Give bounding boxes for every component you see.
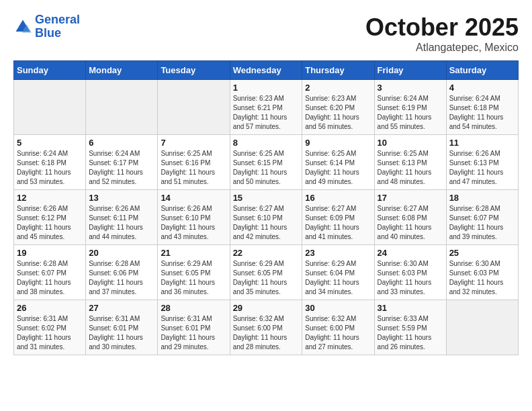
- day-number: 24: [378, 248, 443, 258]
- day-info: Sunrise: 6:23 AM Sunset: 6:21 PM Dayligh…: [233, 94, 300, 132]
- day-info: Sunrise: 6:29 AM Sunset: 6:05 PM Dayligh…: [161, 259, 226, 297]
- calendar-day-cell: 4Sunrise: 6:24 AM Sunset: 6:18 PM Daylig…: [446, 80, 518, 135]
- calendar-day-cell: [14, 80, 86, 135]
- day-number: 3: [378, 83, 443, 93]
- day-number: 12: [17, 193, 83, 203]
- day-info: Sunrise: 6:24 AM Sunset: 6:17 PM Dayligh…: [89, 149, 154, 187]
- day-number: 26: [17, 303, 83, 313]
- month-title: October 2025: [365, 13, 519, 42]
- day-info: Sunrise: 6:30 AM Sunset: 6:03 PM Dayligh…: [449, 259, 515, 297]
- calendar-day-cell: 3Sunrise: 6:24 AM Sunset: 6:19 PM Daylig…: [374, 80, 446, 135]
- calendar-week-row: 12Sunrise: 6:26 AM Sunset: 6:12 PM Dayli…: [14, 190, 519, 245]
- calendar-day-cell: 22Sunrise: 6:29 AM Sunset: 6:05 PM Dayli…: [230, 245, 302, 300]
- calendar-day-cell: 11Sunrise: 6:26 AM Sunset: 6:13 PM Dayli…: [446, 135, 518, 190]
- day-number: 30: [305, 303, 371, 313]
- weekday-header: Monday: [86, 61, 158, 80]
- calendar-day-cell: 6Sunrise: 6:24 AM Sunset: 6:17 PM Daylig…: [86, 135, 158, 190]
- day-number: 22: [233, 248, 300, 258]
- calendar-day-cell: 18Sunrise: 6:28 AM Sunset: 6:07 PM Dayli…: [446, 190, 518, 245]
- calendar-day-cell: 1Sunrise: 6:23 AM Sunset: 6:21 PM Daylig…: [230, 80, 302, 135]
- day-info: Sunrise: 6:24 AM Sunset: 6:18 PM Dayligh…: [17, 149, 83, 187]
- calendar-day-cell: 29Sunrise: 6:32 AM Sunset: 6:00 PM Dayli…: [230, 300, 302, 355]
- calendar-day-cell: 28Sunrise: 6:31 AM Sunset: 6:01 PM Dayli…: [158, 300, 230, 355]
- logo-text: General Blue: [35, 13, 80, 40]
- day-info: Sunrise: 6:30 AM Sunset: 6:03 PM Dayligh…: [378, 259, 443, 297]
- calendar-day-cell: 7Sunrise: 6:25 AM Sunset: 6:16 PM Daylig…: [158, 135, 230, 190]
- calendar-day-cell: 8Sunrise: 6:25 AM Sunset: 6:15 PM Daylig…: [230, 135, 302, 190]
- calendar-day-cell: 23Sunrise: 6:29 AM Sunset: 6:04 PM Dayli…: [302, 245, 374, 300]
- day-info: Sunrise: 6:29 AM Sunset: 6:05 PM Dayligh…: [233, 259, 300, 297]
- day-number: 14: [161, 193, 226, 203]
- day-info: Sunrise: 6:32 AM Sunset: 6:00 PM Dayligh…: [305, 314, 371, 352]
- calendar-day-cell: 9Sunrise: 6:25 AM Sunset: 6:14 PM Daylig…: [302, 135, 374, 190]
- day-number: 1: [233, 83, 300, 93]
- day-number: 17: [378, 193, 443, 203]
- day-number: 4: [449, 83, 515, 93]
- calendar-day-cell: 31Sunrise: 6:33 AM Sunset: 5:59 PM Dayli…: [374, 300, 446, 355]
- calendar-day-cell: 25Sunrise: 6:30 AM Sunset: 6:03 PM Dayli…: [446, 245, 518, 300]
- day-info: Sunrise: 6:32 AM Sunset: 6:00 PM Dayligh…: [233, 314, 300, 352]
- calendar-day-cell: 21Sunrise: 6:29 AM Sunset: 6:05 PM Dayli…: [158, 245, 230, 300]
- calendar-day-cell: 20Sunrise: 6:28 AM Sunset: 6:06 PM Dayli…: [86, 245, 158, 300]
- calendar-day-cell: 12Sunrise: 6:26 AM Sunset: 6:12 PM Dayli…: [14, 190, 86, 245]
- logo: General Blue: [13, 13, 80, 40]
- day-info: Sunrise: 6:26 AM Sunset: 6:11 PM Dayligh…: [89, 204, 154, 242]
- location-subtitle: Atlangatepec, Mexico: [365, 42, 519, 54]
- title-block: October 2025 Atlangatepec, Mexico: [365, 13, 519, 54]
- day-number: 10: [378, 138, 443, 148]
- day-info: Sunrise: 6:28 AM Sunset: 6:07 PM Dayligh…: [449, 204, 515, 242]
- calendar-day-cell: 16Sunrise: 6:27 AM Sunset: 6:09 PM Dayli…: [302, 190, 374, 245]
- calendar-day-cell: 17Sunrise: 6:27 AM Sunset: 6:08 PM Dayli…: [374, 190, 446, 245]
- day-info: Sunrise: 6:26 AM Sunset: 6:13 PM Dayligh…: [449, 149, 515, 187]
- day-number: 8: [233, 138, 300, 148]
- day-number: 9: [305, 138, 371, 148]
- logo-general: General: [35, 13, 80, 26]
- page-header: General Blue October 2025 Atlangatepec, …: [13, 13, 519, 54]
- weekday-header: Thursday: [302, 61, 374, 80]
- day-info: Sunrise: 6:29 AM Sunset: 6:04 PM Dayligh…: [305, 259, 371, 297]
- day-info: Sunrise: 6:28 AM Sunset: 6:06 PM Dayligh…: [89, 259, 154, 297]
- day-info: Sunrise: 6:27 AM Sunset: 6:09 PM Dayligh…: [305, 204, 371, 242]
- calendar-day-cell: 24Sunrise: 6:30 AM Sunset: 6:03 PM Dayli…: [374, 245, 446, 300]
- day-number: 15: [233, 193, 300, 203]
- day-number: 13: [89, 193, 154, 203]
- day-number: 5: [17, 138, 83, 148]
- day-number: 19: [17, 248, 83, 258]
- day-info: Sunrise: 6:26 AM Sunset: 6:12 PM Dayligh…: [17, 204, 83, 242]
- day-info: Sunrise: 6:31 AM Sunset: 6:01 PM Dayligh…: [89, 314, 154, 352]
- calendar-week-row: 19Sunrise: 6:28 AM Sunset: 6:07 PM Dayli…: [14, 245, 519, 300]
- day-number: 18: [449, 193, 515, 203]
- calendar-day-cell: [158, 80, 230, 135]
- day-info: Sunrise: 6:33 AM Sunset: 5:59 PM Dayligh…: [378, 314, 443, 352]
- logo-blue: Blue: [35, 26, 61, 40]
- logo-icon: [13, 17, 32, 36]
- calendar-day-cell: 2Sunrise: 6:23 AM Sunset: 6:20 PM Daylig…: [302, 80, 374, 135]
- day-info: Sunrise: 6:25 AM Sunset: 6:14 PM Dayligh…: [305, 149, 371, 187]
- day-number: 20: [89, 248, 154, 258]
- day-info: Sunrise: 6:27 AM Sunset: 6:08 PM Dayligh…: [378, 204, 443, 242]
- calendar-day-cell: 26Sunrise: 6:31 AM Sunset: 6:02 PM Dayli…: [14, 300, 86, 355]
- day-info: Sunrise: 6:25 AM Sunset: 6:13 PM Dayligh…: [378, 149, 443, 187]
- calendar-day-cell: 5Sunrise: 6:24 AM Sunset: 6:18 PM Daylig…: [14, 135, 86, 190]
- weekday-header-row: SundayMondayTuesdayWednesdayThursdayFrid…: [14, 61, 519, 80]
- day-number: 11: [449, 138, 515, 148]
- day-number: 2: [305, 83, 371, 93]
- day-info: Sunrise: 6:27 AM Sunset: 6:10 PM Dayligh…: [233, 204, 300, 242]
- day-info: Sunrise: 6:31 AM Sunset: 6:02 PM Dayligh…: [17, 314, 83, 352]
- calendar-day-cell: [86, 80, 158, 135]
- weekday-header: Saturday: [446, 61, 518, 80]
- calendar-day-cell: [446, 300, 518, 355]
- calendar-day-cell: 13Sunrise: 6:26 AM Sunset: 6:11 PM Dayli…: [86, 190, 158, 245]
- day-number: 23: [305, 248, 371, 258]
- day-number: 29: [233, 303, 300, 313]
- day-number: 31: [378, 303, 443, 313]
- day-number: 27: [89, 303, 154, 313]
- day-info: Sunrise: 6:28 AM Sunset: 6:07 PM Dayligh…: [17, 259, 83, 297]
- weekday-header: Friday: [374, 61, 446, 80]
- day-number: 21: [161, 248, 226, 258]
- day-info: Sunrise: 6:24 AM Sunset: 6:18 PM Dayligh…: [449, 94, 515, 132]
- day-number: 7: [161, 138, 226, 148]
- calendar-week-row: 1Sunrise: 6:23 AM Sunset: 6:21 PM Daylig…: [14, 80, 519, 135]
- weekday-header: Sunday: [14, 61, 86, 80]
- calendar-day-cell: 14Sunrise: 6:26 AM Sunset: 6:10 PM Dayli…: [158, 190, 230, 245]
